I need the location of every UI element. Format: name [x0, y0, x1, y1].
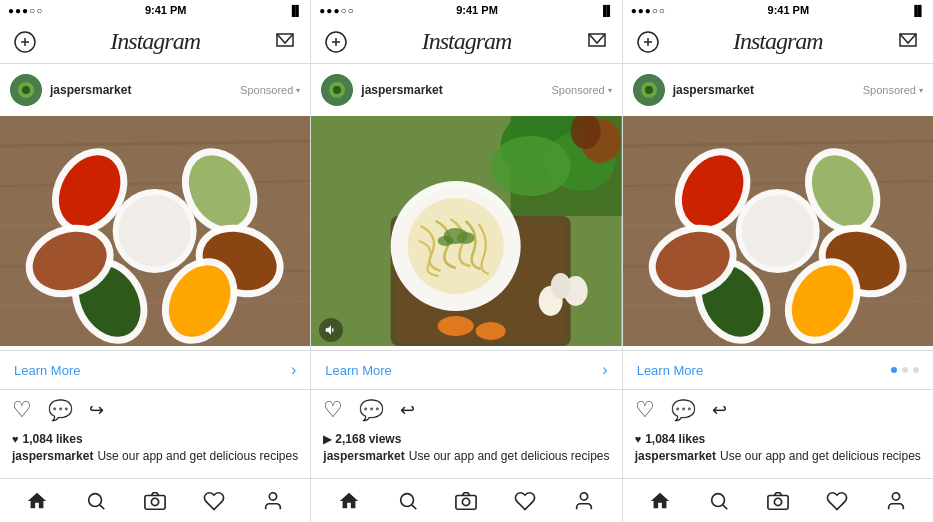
signal-icon-1: ●●●○○	[8, 5, 43, 16]
svg-point-50	[551, 273, 571, 299]
sponsored-label-3[interactable]: Sponsored ▾	[863, 84, 923, 96]
post-header-1: jaspersmarket Sponsored ▾	[0, 64, 310, 116]
status-left-1: ●●●○○	[8, 5, 43, 16]
svg-point-5	[22, 86, 30, 94]
camera-icon-3[interactable]	[762, 485, 794, 517]
caption-username-1[interactable]: jaspersmarket	[12, 449, 93, 463]
new-post-icon-3[interactable]	[635, 29, 661, 55]
profile-icon-1[interactable]	[257, 485, 289, 517]
post-header-left-3: jaspersmarket	[633, 74, 754, 106]
post-header-2: jaspersmarket Sponsored ▾	[311, 64, 621, 116]
comment-icon-2[interactable]: 💬	[359, 398, 384, 422]
post-caption-2: jaspersmarketUse our app and get delicio…	[323, 448, 609, 465]
nav-bar-2: Instagram	[311, 20, 621, 64]
status-right-2: ▐▌	[599, 5, 613, 16]
status-bar-2: ●●●○○ 9:41 PM ▐▌	[311, 0, 621, 20]
profile-icon-2[interactable]	[568, 485, 600, 517]
post-image-3	[623, 116, 933, 350]
bottom-nav-3	[623, 478, 933, 522]
avatar-3[interactable]	[633, 74, 665, 106]
search-icon-2[interactable]	[392, 485, 424, 517]
share-icon-1[interactable]: ↩	[89, 399, 104, 421]
battery-icon-2: ▐▌	[599, 5, 613, 16]
heart-filled-icon-1: ♥	[12, 433, 19, 445]
dot-3-3	[913, 367, 919, 373]
learn-more-arrow-2: ›	[602, 361, 607, 379]
inbox-icon-3[interactable]	[895, 29, 921, 55]
new-post-icon-2[interactable]	[323, 29, 349, 55]
heart-nav-icon-3[interactable]	[821, 485, 853, 517]
profile-icon-3[interactable]	[880, 485, 912, 517]
time-2: 9:41 PM	[456, 4, 498, 16]
action-bar-3: ♡ 💬 ↩	[623, 390, 933, 430]
avatar-1[interactable]	[10, 74, 42, 106]
signal-icon-3: ●●●○○	[631, 5, 666, 16]
caption-username-2[interactable]: jaspersmarket	[323, 449, 404, 463]
heart-icon-3[interactable]: ♡	[635, 397, 655, 423]
home-icon-1[interactable]	[21, 485, 53, 517]
spices-svg-1	[0, 116, 310, 346]
learn-more-bar-1[interactable]: Learn More ›	[0, 350, 310, 390]
search-icon-1[interactable]	[80, 485, 112, 517]
svg-point-57	[400, 493, 413, 506]
learn-more-text-2[interactable]: Learn More	[325, 363, 391, 378]
svg-point-75	[741, 195, 813, 267]
new-post-icon-1[interactable]	[12, 29, 38, 55]
likes-count-1: ♥ 1,084 likes	[12, 432, 298, 446]
learn-more-bar-2[interactable]: Learn More ›	[311, 350, 621, 390]
post-image-1	[0, 116, 310, 350]
post-header-3: jaspersmarket Sponsored ▾	[623, 64, 933, 116]
time-1: 9:41 PM	[145, 4, 187, 16]
chevron-down-icon-1: ▾	[296, 86, 300, 95]
app-title-1: Instagram	[110, 28, 200, 55]
heart-nav-icon-1[interactable]	[198, 485, 230, 517]
action-bar-2: ♡ 💬 ↩	[311, 390, 621, 430]
nav-bar-3: Instagram	[623, 20, 933, 64]
learn-more-text-1[interactable]: Learn More	[14, 363, 80, 378]
caption-username-3[interactable]: jaspersmarket	[635, 449, 716, 463]
chevron-down-icon-2: ▾	[608, 86, 612, 95]
bottom-nav-2	[311, 478, 621, 522]
share-icon-3[interactable]: ↩	[712, 399, 727, 421]
inbox-icon-2[interactable]	[584, 29, 610, 55]
status-right-1: ▐▌	[288, 5, 302, 16]
camera-icon-2[interactable]	[450, 485, 482, 517]
post-header-left-2: jaspersmarket	[321, 74, 442, 106]
svg-point-67	[645, 86, 653, 94]
username-3[interactable]: jaspersmarket	[673, 83, 754, 97]
dot-2-3	[902, 367, 908, 373]
sponsored-label-2[interactable]: Sponsored ▾	[551, 84, 611, 96]
home-icon-2[interactable]	[333, 485, 365, 517]
svg-point-60	[463, 498, 470, 505]
share-icon-2[interactable]: ↩	[400, 399, 415, 421]
username-2[interactable]: jaspersmarket	[361, 83, 442, 97]
search-icon-3[interactable]	[703, 485, 735, 517]
dot-active-3	[891, 367, 897, 373]
phone-1: ●●●○○ 9:41 PM ▐▌ Instagram	[0, 0, 311, 522]
spices-svg-3	[623, 116, 933, 346]
sponsored-text-3: Sponsored	[863, 84, 916, 96]
post-content-1: ♥ 1,084 likes jaspersmarketUse our app a…	[0, 430, 310, 471]
heart-icon-1[interactable]: ♡	[12, 397, 32, 423]
heart-icon-2[interactable]: ♡	[323, 397, 343, 423]
learn-more-bar-3[interactable]: Learn More	[623, 350, 933, 390]
svg-point-88	[712, 493, 725, 506]
post-content-2: ▶ 2,168 views jaspersmarketUse our app a…	[311, 430, 621, 471]
comment-icon-3[interactable]: 💬	[671, 398, 696, 422]
camera-icon-1[interactable]	[139, 485, 171, 517]
comment-icon-1[interactable]: 💬	[48, 398, 73, 422]
sponsored-label-1[interactable]: Sponsored ▾	[240, 84, 300, 96]
learn-more-text-3[interactable]: Learn More	[637, 363, 703, 378]
post-header-left-1: jaspersmarket	[10, 74, 131, 106]
heart-nav-icon-2[interactable]	[509, 485, 541, 517]
play-icon-2: ▶	[323, 433, 331, 446]
home-icon-3[interactable]	[644, 485, 676, 517]
svg-point-53	[408, 198, 504, 294]
phone-3: ●●●○○ 9:41 PM ▐▌ Instagram	[623, 0, 934, 522]
username-1[interactable]: jaspersmarket	[50, 83, 131, 97]
inbox-icon-1[interactable]	[272, 29, 298, 55]
avatar-2[interactable]	[321, 74, 353, 106]
heart-filled-icon-3: ♥	[635, 433, 642, 445]
app-title-2: Instagram	[422, 28, 512, 55]
svg-point-36	[333, 86, 341, 94]
